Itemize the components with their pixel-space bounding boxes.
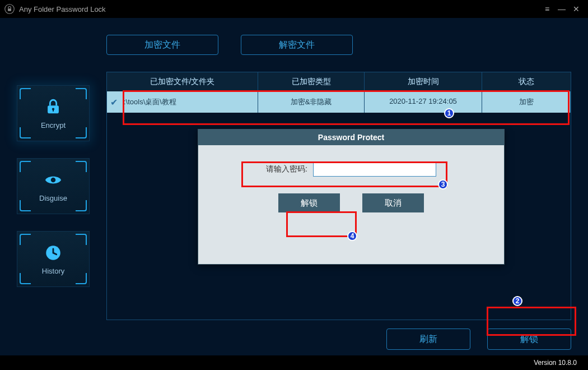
svg-rect-4 <box>53 109 54 112</box>
svg-point-5 <box>51 177 56 182</box>
th-status: 状态 <box>482 72 571 91</box>
app-title: Any Folder Password Lock <box>19 5 106 13</box>
annotation-badge-4: 4 <box>347 231 357 241</box>
cell-time: 2020-11-27 19:24:05 <box>365 91 482 113</box>
sidebar: Encrypt Disguise History <box>17 85 90 350</box>
dialog-title: Password Protect <box>198 130 504 145</box>
lock-app-icon <box>4 4 15 14</box>
th-path: 已加密文件/文件夹 <box>107 72 258 91</box>
dialog-cancel-button[interactable]: 取消 <box>362 193 424 212</box>
cell-type: 加密&非隐藏 <box>258 91 365 113</box>
clock-icon <box>44 243 63 262</box>
footer: Version 10.8.0 <box>0 355 588 370</box>
cell-path: :\tools\桌面\教程 <box>107 91 258 113</box>
encrypt-file-button[interactable]: 加密文件 <box>106 35 218 55</box>
cell-status: 加密 <box>482 91 571 113</box>
unlock-button[interactable]: 解锁 <box>487 329 571 350</box>
close-icon[interactable]: ✕ <box>569 4 584 13</box>
eye-icon <box>44 170 63 189</box>
dialog-unlock-button[interactable]: 解锁 <box>278 193 340 212</box>
sidebar-label-disguise: Disguise <box>39 194 67 202</box>
th-type: 已加密类型 <box>258 72 365 91</box>
title-bar: Any Folder Password Lock ≡ — ✕ <box>0 0 588 18</box>
sidebar-item-history[interactable]: History <box>17 231 90 287</box>
annotation-badge-1: 1 <box>444 108 454 118</box>
svg-rect-1 <box>8 8 11 11</box>
lock-icon <box>44 98 63 117</box>
refresh-button[interactable]: 刷新 <box>386 329 470 350</box>
sidebar-item-encrypt[interactable]: Encrypt <box>17 85 90 141</box>
decrypt-file-button[interactable]: 解密文件 <box>241 35 353 55</box>
table-row[interactable]: ✔ :\tools\桌面\教程 加密&非隐藏 2020-11-27 19:24:… <box>107 91 571 113</box>
sidebar-label-encrypt: Encrypt <box>41 121 66 130</box>
annotation-badge-3: 3 <box>438 179 448 189</box>
sidebar-item-disguise[interactable]: Disguise <box>17 158 90 214</box>
sidebar-label-history: History <box>42 267 64 275</box>
minimize-icon[interactable]: — <box>554 4 569 13</box>
password-label: 请输入密码: <box>266 164 307 174</box>
version-text: Version 10.8.0 <box>534 359 577 367</box>
annotation-badge-2: 2 <box>512 296 522 306</box>
table-header: 已加密文件/文件夹 已加密类型 加密时间 状态 <box>107 72 571 91</box>
th-time: 加密时间 <box>365 72 482 91</box>
password-dialog: Password Protect 请输入密码: 解锁 取消 <box>198 129 505 265</box>
password-input[interactable] <box>313 162 436 177</box>
menu-icon[interactable]: ≡ <box>540 4 554 13</box>
